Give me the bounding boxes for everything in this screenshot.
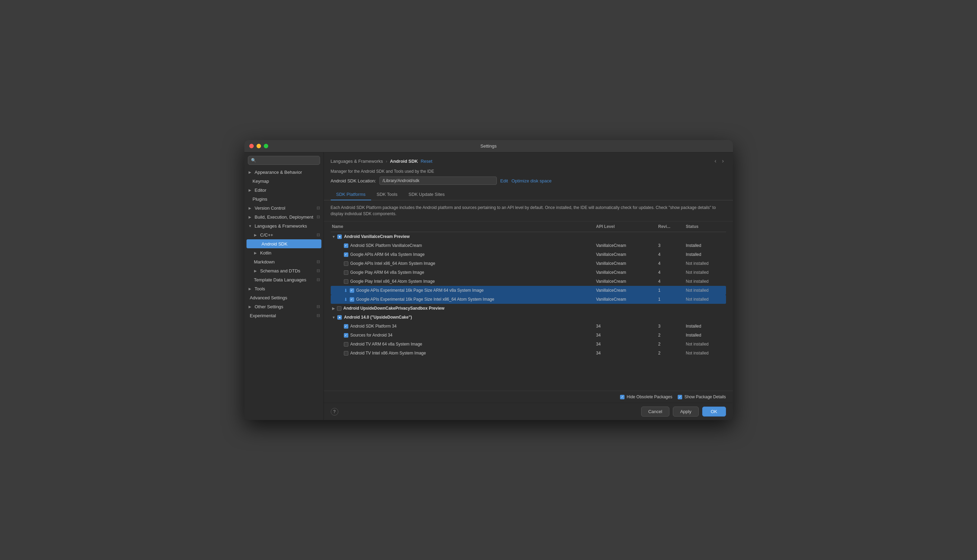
sidebar-item-cpp[interactable]: ▶ C/C++ ⊟ (244, 230, 323, 239)
chevron-right-icon: ▶ (249, 215, 253, 219)
table-row[interactable]: ⬇ Google APIs Experimental 16k Page Size… (331, 295, 726, 304)
search-box[interactable]: 🔍 (248, 156, 320, 165)
sdk-location-input[interactable] (380, 177, 497, 185)
sidebar-item-version-control[interactable]: ▶ Version Control ⊟ (244, 203, 323, 212)
row-checkbox[interactable] (344, 262, 348, 266)
maximize-button[interactable] (264, 144, 268, 148)
sidebar-item-languages[interactable]: ▼ Languages & Frameworks (244, 222, 323, 230)
help-button[interactable]: ? (331, 408, 338, 415)
android14-group-checkbox[interactable] (337, 315, 342, 320)
sidebar-item-plugins[interactable]: Plugins (244, 195, 323, 203)
minimize-button[interactable] (256, 144, 261, 148)
search-input[interactable] (258, 158, 317, 163)
traffic-lights (249, 144, 268, 148)
edit-button[interactable]: Edit (500, 178, 508, 183)
sidebar-item-kotlin[interactable]: ▶ Kotlin (244, 248, 323, 257)
row-revision: 1 (657, 287, 684, 294)
sidebar-item-tools[interactable]: ▶ Tools (244, 284, 323, 293)
row-revision: 2 (657, 332, 684, 338)
show-details-label: Show Package Details (684, 395, 726, 399)
vanilla-group-checkbox[interactable] (337, 235, 342, 239)
chevron-right-icon: ▶ (254, 233, 259, 237)
sidebar-item-editor[interactable]: ▶ Editor (244, 185, 323, 195)
sidebar-item-label: Version Control (255, 205, 315, 211)
tab-sdk-update-sites[interactable]: SDK Update Sites (403, 189, 450, 200)
group-privacy-sandbox[interactable]: ▶ Android UpsideDownCakePrivacySandbox P… (331, 304, 726, 313)
row-status: Installed (684, 323, 726, 330)
row-api-level: 34 (595, 350, 657, 357)
row-revision: 2 (657, 341, 684, 348)
row-name: Google APIs Experimental 16k Page Size I… (356, 297, 494, 302)
table-header: Name API Level Revi... Status (331, 222, 726, 232)
sidebar-item-markdown[interactable]: Markdown ⊟ (244, 257, 323, 266)
nav-back-button[interactable]: ‹ (713, 157, 718, 165)
settings-icon: ⊟ (316, 232, 320, 237)
description-text: Manager for the Android SDK and Tools us… (324, 165, 733, 177)
chevron-right-icon: ▶ (249, 206, 253, 210)
sidebar-item-schemas[interactable]: ▶ Schemas and DTDs ⊟ (244, 266, 323, 275)
titlebar: Settings (244, 140, 733, 152)
sidebar-item-advanced[interactable]: Advanced Settings (244, 293, 323, 302)
row-checkbox[interactable] (344, 279, 348, 284)
row-checkbox[interactable] (344, 243, 348, 248)
nav-forward-button[interactable]: › (720, 157, 726, 165)
cancel-button[interactable]: Cancel (641, 407, 669, 417)
sdk-location-label: Android SDK Location: (331, 178, 376, 183)
privacy-sandbox-group-checkbox[interactable] (337, 306, 341, 311)
schemas-icon: ⊟ (316, 268, 320, 273)
row-status: Installed (684, 332, 726, 338)
row-checkbox[interactable] (350, 297, 354, 302)
row-name: Google APIs Experimental 16k Page Size A… (356, 288, 484, 293)
table-row: Android TV Intel x86 Atom System Image 3… (331, 348, 726, 358)
sidebar-item-android-sdk[interactable]: Android SDK (246, 239, 321, 248)
row-status: Not installed (684, 296, 726, 303)
ok-button[interactable]: OK (702, 407, 726, 417)
row-revision: 4 (657, 269, 684, 276)
optimize-button[interactable]: Optimize disk space (511, 178, 551, 183)
sdk-location-row: Android SDK Location: Edit Optimize disk… (324, 177, 733, 189)
row-checkbox[interactable] (344, 252, 348, 257)
row-name: Android SDK Platform VanillaIceCream (350, 243, 422, 248)
sidebar-item-label: Appearance & Behavior (255, 170, 320, 175)
row-status: Installed (684, 251, 726, 258)
sidebar-item-build[interactable]: ▶ Build, Execution, Deployment ⊟ (244, 212, 323, 222)
close-button[interactable] (249, 144, 254, 148)
row-checkbox[interactable] (350, 288, 354, 293)
hide-obsolete-option[interactable]: Hide Obsolete Packages (620, 395, 672, 399)
row-revision: 1 (657, 296, 684, 303)
reset-button[interactable]: Reset (420, 158, 432, 164)
tab-sdk-platforms[interactable]: SDK Platforms (331, 189, 371, 200)
settings-window: Settings 🔍 ▶ Appearance & Behavior Keyma… (244, 140, 733, 420)
table-row[interactable]: ⬇ Google APIs Experimental 16k Page Size… (331, 286, 726, 295)
sidebar-item-other[interactable]: ▶ Other Settings ⊟ (244, 302, 323, 311)
row-status: Not installed (684, 278, 726, 285)
row-checkbox[interactable] (344, 270, 348, 275)
hide-obsolete-checkbox[interactable] (620, 395, 624, 399)
markdown-icon: ⊟ (316, 259, 320, 264)
row-checkbox[interactable] (344, 333, 348, 338)
group-vanilla[interactable]: ▼ Android VanillaIceCream Preview (331, 232, 726, 241)
show-details-option[interactable]: Show Package Details (678, 395, 726, 399)
tab-sdk-tools[interactable]: SDK Tools (371, 189, 403, 200)
row-checkbox[interactable] (344, 342, 348, 347)
sidebar-item-template-data[interactable]: Template Data Languages ⊟ (244, 275, 323, 284)
chevron-right-icon: ▶ (332, 307, 335, 310)
row-name: Google Play Intel x86_64 Atom System Ima… (350, 279, 435, 284)
tabs-row: SDK Platforms SDK Tools SDK Update Sites (324, 189, 733, 200)
row-api-level: 34 (595, 323, 657, 330)
repo-icon: ⊟ (316, 205, 320, 210)
content-area: Languages & Frameworks › Android SDK Res… (324, 152, 733, 420)
apply-button[interactable]: Apply (673, 407, 699, 417)
row-checkbox[interactable] (344, 351, 348, 355)
row-checkbox[interactable] (344, 324, 348, 328)
row-api-level: 34 (595, 332, 657, 338)
sidebar-item-label: Tools (255, 286, 320, 292)
sidebar-item-keymap[interactable]: Keymap (244, 177, 323, 185)
row-revision: 4 (657, 260, 684, 267)
group-android14[interactable]: ▼ Android 14.0 ("UpsideDownCake") (331, 313, 726, 322)
sidebar-item-appearance[interactable]: ▶ Appearance & Behavior (244, 168, 323, 177)
download-icon: ⬇ (344, 288, 348, 293)
show-details-checkbox[interactable] (678, 395, 682, 399)
sidebar-item-experimental[interactable]: Experimental ⊟ (244, 311, 323, 320)
sidebar-item-label: Advanced Settings (250, 295, 320, 300)
